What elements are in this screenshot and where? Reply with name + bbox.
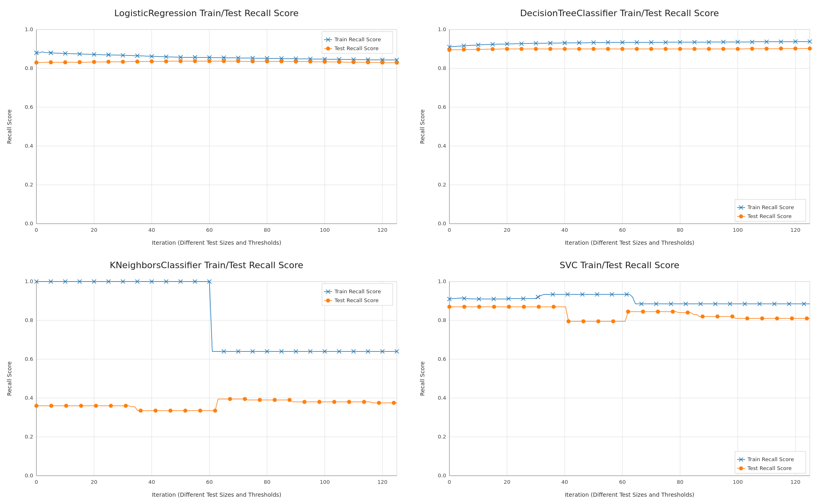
- svg-point-203: [491, 47, 495, 51]
- svg-text:1.0: 1.0: [25, 26, 33, 32]
- svg-point-102: [308, 59, 312, 64]
- svg-point-219: [721, 47, 725, 51]
- svg-text:40: 40: [148, 227, 155, 233]
- svg-point-94: [193, 59, 197, 63]
- svg-point-327: [183, 409, 187, 413]
- svg-point-319: [64, 404, 68, 408]
- svg-text:120: 120: [790, 479, 801, 485]
- svg-point-328: [198, 409, 202, 413]
- svg-point-323: [124, 404, 128, 408]
- svg-point-324: [139, 409, 143, 413]
- svg-text:Test Recall Score: Test Recall Score: [747, 213, 792, 219]
- svg-point-454: [790, 316, 794, 320]
- svg-point-100: [280, 59, 284, 64]
- svg-point-438: [552, 305, 556, 309]
- svg-point-216: [678, 47, 682, 51]
- svg-point-103: [323, 60, 327, 64]
- svg-text:60: 60: [206, 227, 213, 233]
- svg-text:40: 40: [148, 479, 155, 485]
- svg-point-201: [462, 47, 466, 51]
- svg-point-432: [462, 305, 466, 309]
- svg-text:1.0: 1.0: [438, 26, 446, 32]
- svg-text:20: 20: [504, 479, 510, 485]
- svg-text:Iteration (Different Test Size: Iteration (Different Test Sizes and Thre…: [152, 491, 281, 498]
- chart-title-svc: SVC Train/Test Recall Score: [559, 260, 679, 270]
- svg-text:100: 100: [320, 479, 330, 485]
- chart-area-logistic: 0.00.20.40.60.81.0020406080100120Recall …: [4, 21, 409, 248]
- svg-point-107: [380, 61, 384, 65]
- svg-point-223: [779, 47, 783, 51]
- chart-kneighbors: KNeighborsClassifier Train/Test Recall S…: [0, 252, 413, 504]
- chart-title-logistic: LogisticRegression Train/Test Recall Sco…: [114, 8, 299, 18]
- svg-text:0.0: 0.0: [25, 220, 33, 227]
- svg-text:Test Recall Score: Test Recall Score: [747, 465, 792, 471]
- svg-point-104: [337, 60, 341, 64]
- svg-text:60: 60: [619, 479, 626, 485]
- svg-point-204: [505, 47, 509, 51]
- svg-text:Recall Score: Recall Score: [6, 361, 13, 396]
- svg-text:0.2: 0.2: [438, 182, 446, 188]
- svg-point-101: [294, 59, 298, 64]
- chart-svc: SVC Train/Test Recall Score 0.00.20.40.6…: [413, 252, 826, 504]
- svg-text:0.4: 0.4: [25, 143, 33, 149]
- svg-point-95: [208, 59, 212, 63]
- svg-point-92: [164, 59, 168, 64]
- svg-point-436: [522, 305, 526, 309]
- svg-point-86: [78, 60, 82, 64]
- svg-text:Iteration (Different Test Size: Iteration (Different Test Sizes and Thre…: [565, 491, 694, 498]
- svg-text:0.8: 0.8: [25, 65, 33, 71]
- svg-point-96: [222, 59, 226, 63]
- svg-point-326: [168, 409, 172, 413]
- svg-point-322: [109, 404, 113, 408]
- svg-point-318: [49, 404, 53, 408]
- svg-text:20: 20: [91, 227, 97, 233]
- svg-point-99: [265, 59, 269, 64]
- svg-point-334: [288, 398, 292, 402]
- svg-point-106: [366, 60, 370, 64]
- svg-text:0.6: 0.6: [25, 356, 33, 362]
- svg-point-90: [135, 59, 139, 64]
- svg-point-443: [626, 309, 630, 313]
- svg-point-83: [34, 61, 38, 65]
- svg-point-115: [326, 47, 330, 51]
- svg-point-317: [34, 404, 38, 408]
- svg-text:60: 60: [206, 479, 213, 485]
- svg-text:1.0: 1.0: [25, 278, 33, 284]
- svg-point-329: [213, 409, 217, 413]
- svg-point-207: [548, 47, 552, 51]
- svg-point-105: [352, 60, 356, 64]
- svg-point-320: [79, 404, 83, 408]
- svg-point-333: [273, 398, 277, 402]
- svg-text:80: 80: [677, 227, 684, 233]
- svg-text:0: 0: [35, 227, 38, 233]
- svg-point-338: [347, 400, 351, 404]
- svg-text:Recall Score: Recall Score: [419, 361, 426, 396]
- svg-text:0.0: 0.0: [25, 472, 33, 479]
- svg-text:100: 100: [320, 227, 330, 233]
- svg-text:0.6: 0.6: [438, 356, 446, 362]
- svg-point-325: [154, 409, 158, 413]
- svg-text:Recall Score: Recall Score: [6, 109, 13, 144]
- svg-point-446: [671, 309, 675, 313]
- svg-text:0.2: 0.2: [438, 434, 446, 440]
- svg-point-435: [507, 305, 511, 309]
- svg-point-434: [492, 305, 496, 309]
- svg-point-450: [731, 314, 735, 318]
- chart-title-kneighbors: KNeighborsClassifier Train/Test Recall S…: [110, 260, 303, 270]
- svg-point-339: [362, 400, 366, 404]
- svg-text:0: 0: [448, 479, 451, 485]
- svg-text:80: 80: [264, 227, 271, 233]
- svg-point-337: [332, 400, 336, 404]
- svg-text:80: 80: [264, 479, 271, 485]
- svg-text:40: 40: [561, 479, 568, 485]
- svg-text:Recall Score: Recall Score: [419, 109, 426, 144]
- svg-text:20: 20: [504, 227, 510, 233]
- svg-point-431: [447, 305, 451, 309]
- svg-rect-234: [36, 282, 397, 476]
- svg-text:Iteration (Different Test Size: Iteration (Different Test Sizes and Thre…: [565, 239, 694, 246]
- svg-point-331: [243, 397, 247, 401]
- svg-point-437: [537, 305, 541, 309]
- svg-text:0: 0: [448, 227, 451, 233]
- svg-text:Train Recall Score: Train Recall Score: [747, 204, 794, 210]
- svg-point-213: [635, 47, 639, 51]
